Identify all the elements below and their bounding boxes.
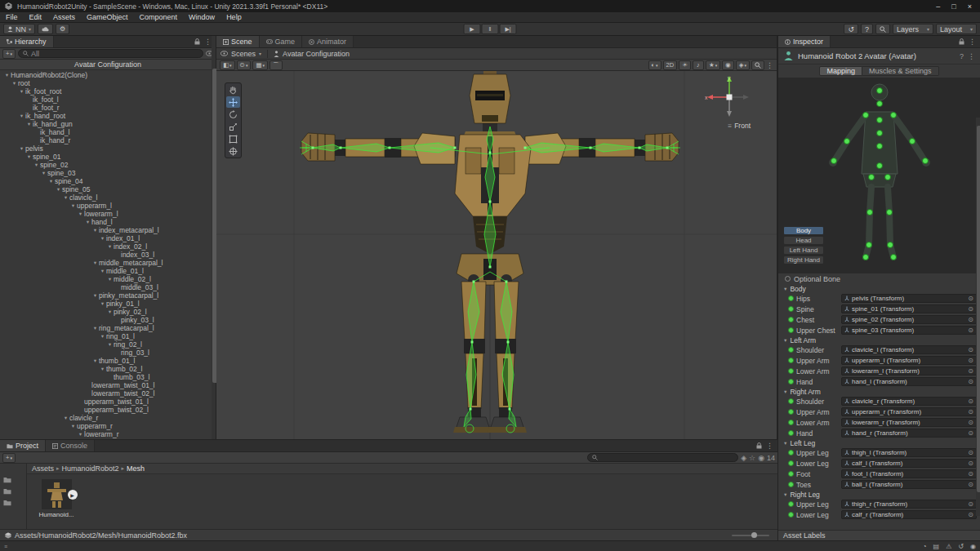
snap-toggle[interactable]: ⌒ [270,60,283,70]
scene-search-button[interactable] [751,60,764,70]
tree-item-pelvis[interactable]: ▼pelvis [0,144,216,153]
help-button[interactable]: ? [861,24,873,34]
bone-object-field[interactable]: spine_03 (Transform)⊙ [841,326,977,335]
menu-file[interactable]: File [0,13,24,21]
project-search-input[interactable] [587,453,738,462]
part-button-head[interactable]: Head [783,236,824,245]
tree-item-pinky_01_l[interactable]: ▼pinky_01_l [0,300,216,308]
object-picker-icon[interactable]: ⊙ [968,398,973,405]
expander-icon[interactable]: ▼ [69,424,77,429]
tree-item-root[interactable]: ▼root [0,79,216,87]
lighting-toggle[interactable]: ☀ [679,60,691,70]
tree-item-ik_hand_l[interactable]: ik_hand_l [0,128,216,136]
rect-tool[interactable] [226,133,240,144]
expander-icon[interactable]: ▼ [783,287,787,291]
2d-toggle[interactable]: 2D [663,60,678,70]
object-picker-icon[interactable]: ⊙ [968,511,973,518]
object-picker-icon[interactable]: ⊙ [968,305,973,313]
expander-icon[interactable]: ▼ [91,260,99,265]
bone-object-field[interactable]: foot_l (Transform)⊙ [841,469,977,478]
expander-icon[interactable]: ▼ [18,146,25,151]
tree-item-lowerarm_twist_01_l[interactable]: lowerarm_twist_01_l [0,381,216,389]
tab-console[interactable]: Console [46,440,95,451]
tab-scene[interactable]: Scene [216,36,260,47]
services-button[interactable]: ⚙ [56,24,69,34]
lock-icon[interactable] [756,442,762,449]
bone-object-field[interactable]: calf_r (Transform)⊙ [841,510,977,519]
audio-toggle[interactable]: ♪ [693,60,704,70]
tree-item-lowerarm_r[interactable]: ▼lowerarm_r [0,430,216,438]
expander-icon[interactable]: ▼ [99,236,106,241]
tree-item-ring_01_l[interactable]: ▼ring_01_l [0,332,216,340]
tab-mapping[interactable]: Mapping [819,66,862,76]
tab-inspector[interactable]: Inspector [778,36,831,47]
bone-object-field[interactable]: upperarm_r (Transform)⊙ [841,407,977,416]
expander-icon[interactable]: ▼ [18,89,25,94]
gizmos-dropdown[interactable]: ◈▾ [736,60,750,70]
minimize-button[interactable]: – [936,2,940,11]
tab-animator[interactable]: Animator [302,36,354,47]
section-header-right-arm[interactable]: ▼Right Arm [783,387,977,396]
console-message-icon[interactable]: ▤ [933,543,940,550]
tree-item-pinky_02_l[interactable]: ▼pinky_02_l [0,308,216,316]
lock-icon[interactable] [194,38,200,45]
object-picker-icon[interactable]: ⊙ [968,419,973,426]
menu-assets[interactable]: Assets [47,13,81,21]
expander-icon[interactable]: ▼ [77,432,84,437]
menu-window[interactable]: Window [183,13,220,21]
expander-icon[interactable]: ▼ [25,122,33,127]
cloud-button[interactable] [38,24,53,34]
asset-labels-footer[interactable]: Asset Labels [778,530,980,540]
object-picker-icon[interactable]: ⊙ [968,357,973,364]
scale-tool[interactable] [226,121,240,132]
tree-item-middle_metacarpal_l[interactable]: ▼middle_metacarpal_l [0,259,216,267]
bone-object-field[interactable]: hand_r (Transform)⊙ [841,429,977,438]
tree-item-clavicle_r[interactable]: ▼clavicle_r [0,414,216,422]
tree-item-spine_01[interactable]: ▼spine_01 [0,153,216,161]
search-by-label-icon[interactable]: ☆ [749,454,755,462]
hand-tool[interactable] [226,84,240,96]
tree-item-spine_05[interactable]: ▼spine_05 [0,185,216,193]
tree-item-index_01_l[interactable]: ▼index_01_l [0,234,216,242]
object-picker-icon[interactable]: ⊙ [968,367,973,375]
folder-icon[interactable] [3,488,11,495]
expander-icon[interactable]: ▼ [783,389,787,394]
menu-gameobject[interactable]: GameObject [81,13,134,21]
expander-icon[interactable]: ▼ [783,338,787,343]
breadcrumb-mesh[interactable]: Mesh [127,464,145,473]
bone-object-field[interactable]: spine_01 (Transform)⊙ [841,304,977,313]
create-asset-button[interactable]: +▾ [2,453,16,463]
tab-game[interactable]: Game [260,36,303,47]
tab-hierarchy[interactable]: Hierarchy [0,36,54,47]
inspector-menu-icon[interactable]: ⋮ [968,52,975,60]
bone-object-field[interactable]: upperarm_l (Transform)⊙ [841,356,977,365]
expander-icon[interactable]: ▼ [99,367,106,371]
bone-object-field[interactable]: clavicle_l (Transform)⊙ [841,345,977,354]
inspector-scrollbar[interactable] [976,118,980,516]
tree-item-ik_foot_r[interactable]: ik_foot_r [0,104,216,112]
bone-object-field[interactable]: calf_l (Transform)⊙ [841,459,977,468]
scenes-dropdown[interactable]: Scenes [231,50,256,58]
expander-icon[interactable]: ▼ [106,309,114,314]
object-picker-icon[interactable]: ⊙ [968,500,973,508]
expander-icon[interactable]: ▼ [99,334,106,339]
tree-item-middle_01_l[interactable]: ▼middle_01_l [0,267,216,275]
expander-icon[interactable]: ▼ [25,154,33,159]
object-picker-icon[interactable]: ⊙ [968,460,973,467]
part-button-left-hand[interactable]: Left Hand [783,246,824,255]
expander-icon[interactable]: ▼ [62,415,69,420]
section-header-right-leg[interactable]: ▼Right Leg [783,490,977,499]
tree-item-ring_metacarpal_l[interactable]: ▼ring_metacarpal_l [0,324,216,332]
view-orientation-label[interactable]: ≡ Front [728,122,751,130]
tree-item-upperarm_l[interactable]: ▼upperarm_l [0,202,216,210]
bone-object-field[interactable]: lowerarm_r (Transform)⊙ [841,418,977,427]
tree-item-ik_hand_gun[interactable]: ▼ik_hand_gun [0,120,216,128]
orientation-gizmo[interactable]: y x [705,74,754,125]
lock-icon[interactable] [959,38,964,45]
tree-item-spine_02[interactable]: ▼spine_02 [0,161,216,169]
layers-dropdown[interactable]: Layers▾ [893,24,933,34]
bone-object-field[interactable]: pelvis (Transform)⊙ [841,294,977,303]
object-picker-icon[interactable]: ⊙ [968,378,973,385]
hierarchy-scrollbar[interactable] [212,36,216,439]
global-search-button[interactable] [875,24,890,34]
